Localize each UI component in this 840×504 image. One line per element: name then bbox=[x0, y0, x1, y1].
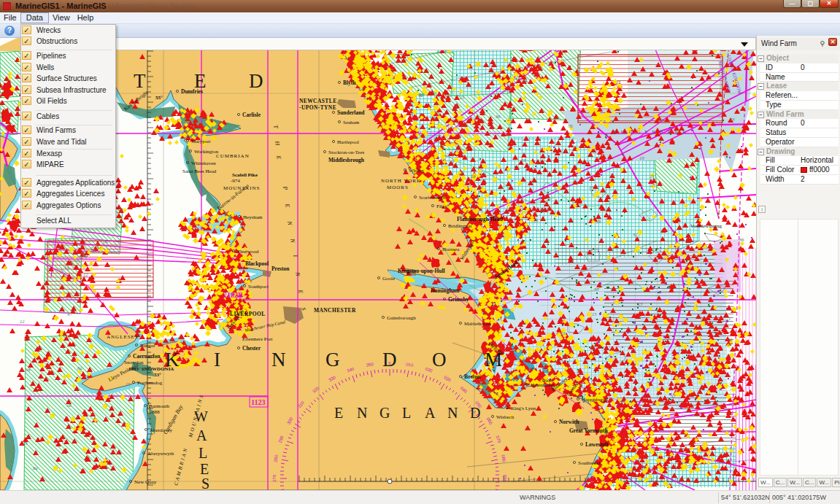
svg-text:Ellesmere Port: Ellesmere Port bbox=[242, 336, 272, 342]
svg-text:Caernarfon: Caernarfon bbox=[133, 353, 161, 360]
svg-text:8a: 8a bbox=[33, 465, 38, 470]
svg-text:21: 21 bbox=[728, 341, 733, 346]
svg-text:28: 28 bbox=[596, 219, 601, 224]
svg-text:E: E bbox=[200, 461, 209, 477]
svg-text:Norwich: Norwich bbox=[559, 419, 579, 425]
svg-text:L: L bbox=[402, 405, 411, 421]
svg-text:56: 56 bbox=[568, 123, 573, 128]
svg-text:K: K bbox=[165, 349, 180, 371]
svg-text:12: 12 bbox=[681, 413, 686, 418]
svg-text:Sunderland: Sunderland bbox=[337, 109, 365, 116]
svg-text:15: 15 bbox=[126, 381, 131, 387]
svg-text:D: D bbox=[249, 70, 263, 92]
svg-text:36: 36 bbox=[739, 237, 744, 242]
svg-text:53°: 53° bbox=[154, 372, 161, 378]
svg-text:G: G bbox=[379, 405, 390, 421]
svg-text:23: 23 bbox=[23, 441, 28, 446]
svg-text:-974: -974 bbox=[231, 178, 240, 184]
svg-text:E: E bbox=[334, 405, 343, 421]
svg-text:Voordewinning: Voordewinning bbox=[690, 223, 723, 229]
svg-text:N: N bbox=[294, 271, 301, 279]
svg-text:18: 18 bbox=[66, 403, 72, 408]
svg-text:NORTH YORK: NORTH YORK bbox=[381, 178, 421, 184]
svg-text:H: H bbox=[274, 140, 281, 147]
svg-text:15: 15 bbox=[592, 311, 597, 317]
svg-text:Porthmadog: Porthmadog bbox=[137, 380, 163, 386]
svg-text:270: 270 bbox=[272, 474, 277, 482]
svg-text:L: L bbox=[199, 445, 207, 461]
svg-text:M: M bbox=[485, 349, 502, 371]
svg-text:Saint Bees Head: Saint Bees Head bbox=[182, 168, 217, 174]
svg-text:I: I bbox=[214, 349, 220, 371]
svg-text:Blackpool: Blackpool bbox=[245, 260, 269, 267]
svg-text:Bridlington: Bridlington bbox=[448, 223, 472, 229]
svg-text:25: 25 bbox=[650, 174, 655, 179]
svg-text:N: N bbox=[271, 349, 286, 371]
svg-text:N: N bbox=[289, 238, 296, 245]
svg-text:New Quay: New Quay bbox=[134, 479, 157, 485]
svg-text:A: A bbox=[425, 405, 436, 421]
svg-text:N: N bbox=[357, 405, 367, 421]
svg-text:Boston: Boston bbox=[464, 373, 481, 380]
svg-text:Great Yarmouth: Great Yarmouth bbox=[569, 427, 609, 434]
svg-text:N: N bbox=[286, 220, 293, 228]
svg-text:O: O bbox=[432, 349, 447, 371]
svg-text:23: 23 bbox=[638, 301, 643, 306]
svg-text:Immingham: Immingham bbox=[431, 287, 460, 294]
svg-text:21: 21 bbox=[507, 117, 512, 122]
svg-text:56: 56 bbox=[641, 464, 647, 469]
svg-text:W: W bbox=[194, 408, 208, 424]
svg-text:Hartlepool: Hartlepool bbox=[337, 139, 359, 145]
svg-text:19: 19 bbox=[639, 155, 644, 160]
svg-text:Happisburgh: Happisburgh bbox=[582, 397, 609, 403]
svg-text:25: 25 bbox=[460, 95, 465, 100]
svg-text:12: 12 bbox=[20, 319, 25, 324]
svg-text:1123: 1123 bbox=[251, 398, 265, 406]
svg-text:Barmouth: Barmouth bbox=[149, 403, 169, 409]
svg-text:Stockton-on-Tees: Stockton-on-Tees bbox=[328, 150, 365, 155]
svg-text:24: 24 bbox=[523, 78, 528, 83]
svg-text:12: 12 bbox=[418, 93, 423, 98]
svg-text:-888: -888 bbox=[150, 409, 160, 415]
svg-text:E: E bbox=[275, 155, 282, 161]
svg-text:King's Lynn: King's Lynn bbox=[511, 406, 536, 411]
svg-text:32: 32 bbox=[540, 207, 546, 212]
svg-text:Whitby: Whitby bbox=[409, 168, 424, 174]
svg-text:53: 53 bbox=[730, 117, 735, 122]
svg-text:T: T bbox=[134, 70, 146, 92]
svg-text:Wells: Wells bbox=[542, 378, 553, 384]
svg-text:12: 12 bbox=[83, 272, 88, 277]
svg-text:Heysham: Heysham bbox=[243, 214, 263, 220]
svg-text:D: D bbox=[470, 405, 480, 421]
svg-text:Southwold: Southwold bbox=[578, 460, 601, 466]
svg-text:Aberystwyth: Aberystwyth bbox=[147, 451, 174, 457]
svg-text:Bangor: Bangor bbox=[140, 343, 155, 349]
svg-text:18: 18 bbox=[26, 367, 31, 372]
svg-text:23: 23 bbox=[650, 182, 655, 187]
svg-text:A: A bbox=[196, 427, 207, 443]
svg-text:21: 21 bbox=[560, 330, 566, 336]
svg-text:Filey: Filey bbox=[436, 203, 447, 209]
svg-text:Kingston-upon-Hull: Kingston-upon-Hull bbox=[398, 268, 445, 274]
svg-text:Middlesbrough: Middlesbrough bbox=[328, 157, 365, 163]
svg-text:Wisbech: Wisbech bbox=[496, 414, 515, 420]
svg-text:Whitehaven: Whitehaven bbox=[191, 160, 216, 166]
svg-text:2182B: 2182B bbox=[223, 291, 243, 299]
svg-text:CUMBRIAN: CUMBRIAN bbox=[216, 153, 250, 159]
svg-text:Carlisle: Carlisle bbox=[242, 112, 261, 118]
svg-text:Scarborough: Scarborough bbox=[419, 195, 445, 201]
svg-text:53: 53 bbox=[521, 158, 526, 163]
svg-text:Fleetwood: Fleetwood bbox=[237, 249, 259, 255]
svg-text:Mablethorpe: Mablethorpe bbox=[464, 321, 490, 327]
svg-text:Grimsby: Grimsby bbox=[448, 296, 469, 303]
svg-text:Seaham: Seaham bbox=[343, 120, 360, 125]
svg-text:Chester: Chester bbox=[242, 345, 261, 352]
svg-text:ANGLESEY: ANGLESEY bbox=[107, 334, 139, 340]
svg-text:090: 090 bbox=[503, 475, 507, 483]
svg-text:Hornsea: Hornsea bbox=[442, 247, 460, 252]
svg-text:E: E bbox=[297, 289, 304, 295]
svg-text:NEWCASTLE: NEWCASTLE bbox=[299, 98, 337, 104]
svg-text:15: 15 bbox=[533, 218, 539, 223]
svg-text:21: 21 bbox=[726, 316, 731, 321]
svg-text:18: 18 bbox=[513, 76, 518, 81]
